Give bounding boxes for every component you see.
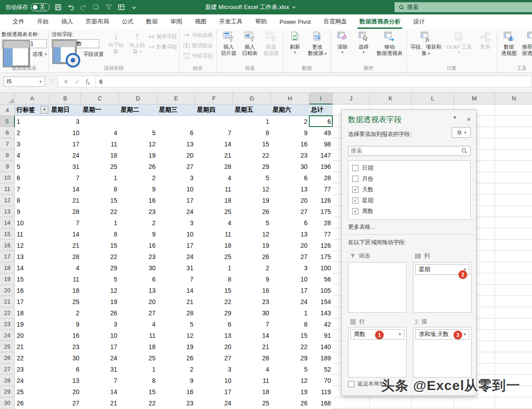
cell-A24[interactable]: 20 <box>15 330 50 341</box>
cell-C23[interactable]: 3 <box>81 318 119 330</box>
cell-D30[interactable]: 22 <box>119 397 157 409</box>
checkbox-日期[interactable] <box>352 165 358 171</box>
cell-H9[interactable]: 30 <box>271 161 309 172</box>
tab-百度网盘[interactable]: 百度网盘 <box>317 14 353 29</box>
cell-B10[interactable]: 7 <box>50 172 81 183</box>
cell-G23[interactable]: 7 <box>233 318 271 330</box>
cell-B9[interactable]: 31 <box>50 161 81 172</box>
cell-F10[interactable]: 4 <box>195 172 233 183</box>
row-header-28[interactable]: 28 <box>0 375 15 386</box>
cell-G28[interactable]: 11 <box>233 375 271 386</box>
cell-H5[interactable]: 2 <box>271 116 309 127</box>
cell-G11[interactable]: 12 <box>233 183 271 195</box>
cell-I24[interactable]: 91 <box>309 330 333 341</box>
row-header-14[interactable]: 14 <box>0 217 15 228</box>
row-header-29[interactable]: 29 <box>0 386 15 397</box>
cell-G13[interactable]: 26 <box>233 206 271 217</box>
cell-H24[interactable]: 15 <box>271 330 309 341</box>
cell-C15[interactable]: 8 <box>81 228 119 240</box>
field-item-日期[interactable]: 日期 <box>352 163 467 173</box>
cell-G24[interactable]: 14 <box>233 330 271 341</box>
checkbox-周数[interactable]: ✓ <box>352 208 358 214</box>
分组字段-button[interactable]: 7分组字段 <box>183 51 213 60</box>
tab-设计[interactable]: 设计 <box>407 14 431 29</box>
cell-E19[interactable]: 7 <box>157 273 195 285</box>
row-header-21[interactable]: 21 <box>0 296 15 307</box>
cell-H29[interactable]: 19 <box>271 386 309 397</box>
cell-E22[interactable]: 28 <box>157 307 195 318</box>
filters-area[interactable] <box>348 262 407 313</box>
cell-F21[interactable]: 22 <box>195 296 233 307</box>
cell-F9[interactable]: 28 <box>195 161 233 172</box>
row-header-25[interactable]: 25 <box>0 341 15 352</box>
cell-N10[interactable] <box>495 172 532 183</box>
row-header-23[interactable]: 23 <box>0 318 15 330</box>
cell-C12[interactable]: 15 <box>81 195 119 206</box>
cell-E11[interactable]: 10 <box>157 183 195 195</box>
enter-icon[interactable]: ✓ <box>75 78 80 85</box>
数据透视图-button[interactable]: 数据透视图 <box>499 30 519 57</box>
cell-B4[interactable]: 星期日 <box>50 105 81 116</box>
row-header-19[interactable]: 19 <box>0 273 15 285</box>
cell-C29[interactable]: 14 <box>81 386 119 397</box>
cell-D9[interactable]: 26 <box>119 161 157 172</box>
pill-周数[interactable]: 周数▼1 <box>350 329 404 340</box>
cell-H13[interactable]: 27 <box>271 206 309 217</box>
cell-D22[interactable]: 27 <box>119 307 157 318</box>
cell-C26[interactable]: 24 <box>81 352 119 364</box>
cell-C28[interactable]: 7 <box>81 375 119 386</box>
tab-文件[interactable]: 文件 <box>6 14 31 29</box>
row-header-17[interactable]: 17 <box>0 251 15 262</box>
刷新-button[interactable]: 刷新▾ <box>285 30 305 55</box>
col-header-C[interactable]: C <box>81 93 119 105</box>
cell-D29[interactable]: 15 <box>119 386 157 397</box>
cell-N22[interactable] <box>495 307 532 318</box>
cell-D19[interactable]: 6 <box>119 273 157 285</box>
cell-E5[interactable] <box>157 116 195 127</box>
字段、项目和集-button[interactable]: fx字段、项目和集 ▾ <box>408 30 443 57</box>
cell-B13[interactable]: 28 <box>50 206 81 217</box>
cell-G29[interactable]: 18 <box>233 386 271 397</box>
cell-K30[interactable] <box>370 397 412 409</box>
pill-星期[interactable]: 星期▼2 <box>415 264 469 275</box>
tab-审阅[interactable]: 审阅 <box>164 14 188 29</box>
cell-D14[interactable]: 2 <box>119 217 157 228</box>
repeat-shape-icon[interactable] <box>92 3 100 11</box>
cell-E12[interactable]: 17 <box>157 195 195 206</box>
cell-H11[interactable]: 13 <box>271 183 309 195</box>
cell-B18[interactable]: 4 <box>50 262 81 273</box>
cell-G20[interactable]: 16 <box>233 285 271 296</box>
cell-E10[interactable]: 3 <box>157 172 195 183</box>
cell-F20[interactable]: 15 <box>195 285 233 296</box>
field-item-周数[interactable]: ✓周数 <box>352 206 467 217</box>
cell-I8[interactable]: 147 <box>309 150 333 161</box>
cell-E8[interactable]: 20 <box>157 150 195 161</box>
cell-B14[interactable]: 7 <box>50 217 81 228</box>
cell-I7[interactable]: 98 <box>309 138 333 150</box>
cell-F15[interactable]: 11 <box>195 228 233 240</box>
cell-N21[interactable] <box>495 296 532 307</box>
cell-B16[interactable]: 21 <box>50 240 81 251</box>
cell-D16[interactable]: 16 <box>119 240 157 251</box>
cell-I29[interactable]: 119 <box>309 386 333 397</box>
cell-E14[interactable]: 3 <box>157 217 195 228</box>
清除-button[interactable]: 清除▾ <box>333 30 353 55</box>
cell-D11[interactable]: 9 <box>119 183 157 195</box>
panel-close-icon[interactable]: × <box>467 115 471 123</box>
cell-I15[interactable]: 77 <box>309 228 333 240</box>
more-tables-link[interactable]: 更多表格... <box>348 223 375 231</box>
cell-G18[interactable]: 2 <box>233 262 271 273</box>
cell-D24[interactable]: 11 <box>119 330 157 341</box>
tab-页面布局[interactable]: 页面布局 <box>79 14 115 29</box>
col-header-K[interactable]: K <box>370 93 412 105</box>
cell-A8[interactable]: 4 <box>15 150 50 161</box>
cell-E21[interactable]: 21 <box>157 296 195 307</box>
cell-A25[interactable]: 21 <box>15 341 50 352</box>
cell-A10[interactable]: 6 <box>15 172 50 183</box>
cell-I28[interactable]: 70 <box>309 375 333 386</box>
cell-C7[interactable]: 11 <box>81 138 119 150</box>
cell-G22[interactable]: 30 <box>233 307 271 318</box>
cell-H21[interactable]: 24 <box>271 296 309 307</box>
cell-E28[interactable]: 9 <box>157 375 195 386</box>
row-header-18[interactable]: 18 <box>0 262 15 273</box>
